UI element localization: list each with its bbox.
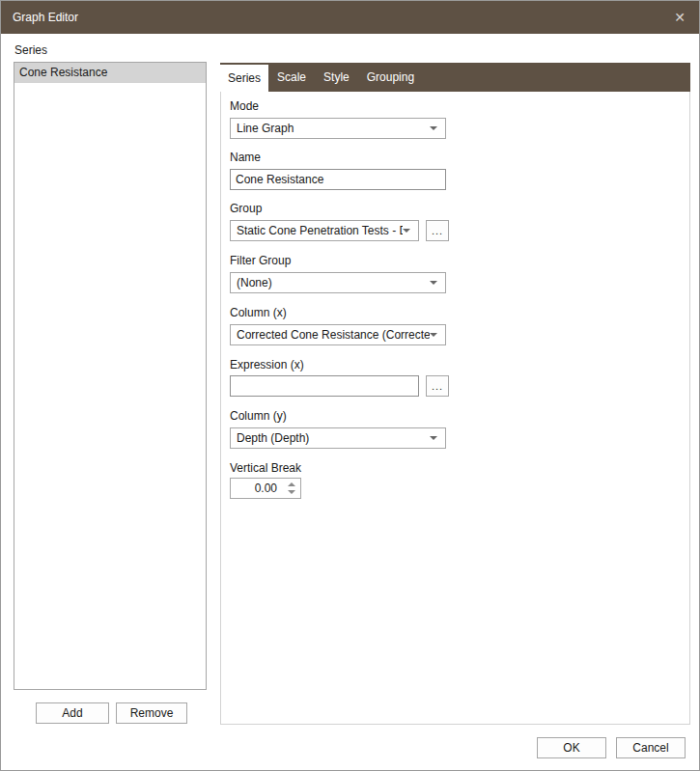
series-panel-label: Series xyxy=(14,43,47,57)
mode-dropdown[interactable]: Line Graph xyxy=(230,118,446,139)
column-y-dropdown[interactable]: Depth (Depth) xyxy=(230,427,446,449)
column-y-label: Column (y) xyxy=(230,409,287,423)
mode-value: Line Graph xyxy=(231,122,430,135)
chevron-down-icon xyxy=(430,436,437,440)
group-dropdown[interactable]: Static Cone Penetration Tests - D xyxy=(230,220,419,241)
name-field-wrap xyxy=(230,169,446,190)
chevron-down-icon xyxy=(430,333,437,337)
column-y-value: Depth (Depth) xyxy=(231,431,430,445)
window-title: Graph Editor xyxy=(13,11,78,24)
stepper-arrows xyxy=(285,479,298,498)
tab-grouping[interactable]: Grouping xyxy=(358,63,423,92)
list-item[interactable]: Cone Resistance xyxy=(14,63,206,83)
group-value: Static Cone Penetration Tests - D xyxy=(231,224,403,237)
chevron-down-icon xyxy=(430,126,437,130)
group-label: Group xyxy=(230,202,262,215)
chevron-down-icon xyxy=(403,229,410,233)
title-bar: Graph Editor ✕ xyxy=(1,1,699,34)
ok-button[interactable]: OK xyxy=(537,737,606,758)
name-field[interactable] xyxy=(231,170,445,189)
tab-strip: Series Scale Style Grouping xyxy=(220,63,690,92)
graph-editor-dialog: Graph Editor ✕ Series Cone Resistance Ad… xyxy=(0,0,700,771)
expression-x-field[interactable] xyxy=(231,376,418,396)
tab-scale[interactable]: Scale xyxy=(268,63,315,92)
cancel-button[interactable]: Cancel xyxy=(616,737,686,758)
expression-x-label: Expression (x) xyxy=(230,358,304,372)
column-x-label: Column (x) xyxy=(230,306,287,319)
add-button[interactable]: Add xyxy=(36,702,109,724)
column-x-value: Corrected Cone Resistance (Corrected xyxy=(231,328,430,342)
mode-label: Mode xyxy=(230,99,259,113)
stepper-up-icon[interactable] xyxy=(288,482,295,486)
vertical-break-value: 0.00 xyxy=(231,482,285,495)
series-listbox[interactable]: Cone Resistance xyxy=(14,62,207,690)
expression-x-browse-button[interactable]: ... xyxy=(426,375,449,397)
name-label: Name xyxy=(230,151,261,164)
close-icon[interactable]: ✕ xyxy=(660,1,699,34)
expression-x-field-wrap xyxy=(230,375,419,397)
group-browse-button[interactable]: ... xyxy=(426,220,449,241)
tab-series[interactable]: Series xyxy=(220,65,268,92)
chevron-down-icon xyxy=(430,281,437,285)
filter-group-dropdown[interactable]: (None) xyxy=(230,272,446,293)
column-x-dropdown[interactable]: Corrected Cone Resistance (Corrected xyxy=(230,324,446,345)
vertical-break-stepper[interactable]: 0.00 xyxy=(230,478,301,499)
filter-group-label: Filter Group xyxy=(230,254,291,267)
stepper-down-icon[interactable] xyxy=(288,490,295,494)
tab-style[interactable]: Style xyxy=(315,63,358,92)
remove-button[interactable]: Remove xyxy=(116,702,187,724)
vertical-break-label: Vertical Break xyxy=(230,461,301,475)
filter-group-value: (None) xyxy=(231,276,430,289)
